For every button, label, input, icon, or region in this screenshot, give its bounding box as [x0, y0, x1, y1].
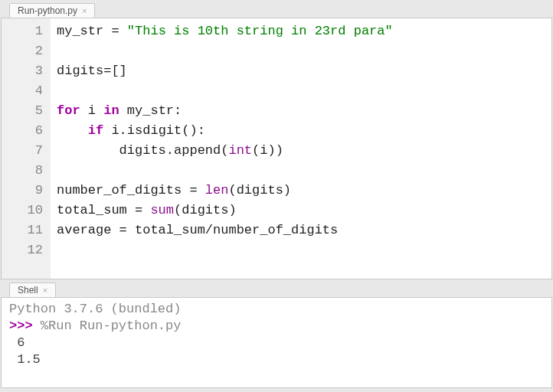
line-number: 7: [2, 141, 43, 161]
shell-tab[interactable]: Shell ×: [9, 283, 56, 297]
code-line: [57, 41, 393, 61]
code-line: digits=[]: [57, 61, 393, 81]
shell-output[interactable]: Python 3.7.6 (bundled)>>> %Run Run-pytho…: [1, 297, 552, 388]
editor-pane: Run-python.py × 1 2 3 4 5 6 7 8 9 10 11 …: [0, 0, 553, 279]
shell-tab-bar: Shell ×: [0, 279, 553, 297]
code-line: total_sum = sum(digits): [57, 201, 393, 220]
shell-banner: Python 3.7.6 (bundled): [9, 301, 544, 318]
line-number: 11: [2, 220, 43, 240]
code-editor[interactable]: my_str = "This is 10th string in 23rd pa…: [51, 18, 393, 279]
close-icon[interactable]: ×: [43, 286, 47, 295]
line-number: 2: [2, 41, 43, 61]
code-line: [57, 240, 393, 260]
shell-tab-label: Shell: [18, 285, 38, 296]
close-icon[interactable]: ×: [82, 6, 87, 15]
line-number: 8: [2, 161, 43, 181]
line-number: 5: [2, 101, 43, 121]
code-line: average = total_sum/number_of_digits: [57, 220, 393, 240]
line-number: 4: [2, 81, 43, 101]
line-number: 12: [2, 240, 43, 260]
editor-tab-bar: Run-python.py ×: [0, 0, 553, 18]
code-container: 1 2 3 4 5 6 7 8 9 10 11 12 my_str = "Thi…: [1, 18, 552, 279]
code-line: digits.append(int(i)): [57, 141, 393, 161]
line-number: 3: [2, 61, 43, 81]
shell-prompt: >>>: [9, 318, 33, 333]
code-line: if i.isdigit():: [57, 121, 393, 141]
editor-tab[interactable]: Run-python.py ×: [9, 3, 95, 18]
line-number: 9: [2, 181, 43, 201]
code-line: [57, 161, 393, 181]
code-line: for i in my_str:: [57, 101, 393, 121]
shell-line: >>> %Run Run-python.py: [9, 318, 544, 335]
editor-tab-label: Run-python.py: [18, 5, 77, 16]
code-line: number_of_digits = len(digits): [57, 181, 393, 201]
line-number: 6: [2, 121, 43, 141]
code-line: my_str = "This is 10th string in 23rd pa…: [57, 21, 393, 41]
code-line: [57, 81, 393, 101]
shell-result: 1.5: [9, 351, 544, 368]
shell-result: 6: [9, 335, 544, 351]
shell-pane: Shell × Python 3.7.6 (bundled)>>> %Run R…: [0, 279, 553, 392]
line-number: 10: [2, 201, 43, 220]
line-number: 1: [2, 21, 43, 41]
line-gutter: 1 2 3 4 5 6 7 8 9 10 11 12: [2, 18, 51, 279]
